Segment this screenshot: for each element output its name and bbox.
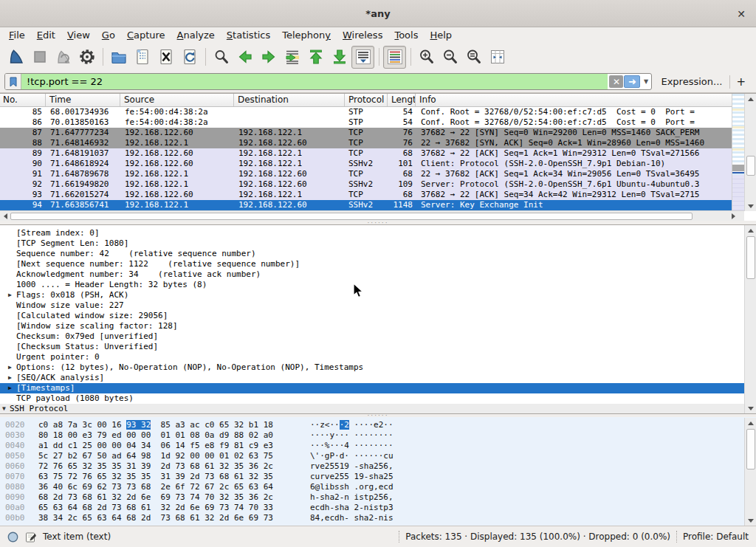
packet-row-86[interactable]: 8670.013850163fe:54:00:d4:38:2aSTP54Conf… <box>0 117 732 128</box>
column-header-protocol[interactable]: Protocol <box>345 94 388 106</box>
packet-row-91[interactable]: 9171.648789678192.168.122.1192.168.122.6… <box>0 169 732 179</box>
hex-row-00a0[interactable]: 00a065 63 64 68 2d 73 68 61 32 2d 6e 69 … <box>0 503 756 513</box>
detail-row[interactable]: Acknowledgment number: 34 (relative ack … <box>0 269 756 280</box>
go-forward-button[interactable] <box>257 46 280 69</box>
packet-row-89[interactable]: 8971.648191037192.168.122.60192.168.122.… <box>0 148 732 159</box>
hex-row-0020[interactable]: 0020c0 a8 7a 3c 00 16 93 32 85 a3 ac c0 … <box>0 420 756 430</box>
detail-row[interactable]: Sequence number: 42 (relative sequence n… <box>0 249 756 259</box>
hex-row-0050[interactable]: 00505c 27 b2 67 50 ad 64 98 1d 92 00 00 … <box>0 451 756 461</box>
menu-file[interactable]: File <box>3 29 31 41</box>
menu-view[interactable]: View <box>61 29 96 41</box>
column-header-info[interactable]: Info <box>416 94 756 106</box>
detail-row[interactable]: [Window size scaling factor: 128] <box>0 321 756 331</box>
reload-file-button[interactable] <box>178 46 201 69</box>
detail-row[interactable]: Urgent pointer: 0 <box>0 352 756 362</box>
hex-row-0060[interactable]: 006072 76 65 32 35 35 31 39 2d 73 68 61 … <box>0 461 756 472</box>
packet-row-94[interactable]: 9471.663856741192.168.122.1192.168.122.6… <box>0 200 732 210</box>
column-header-length[interactable]: Length <box>388 94 416 106</box>
detail-row[interactable]: Window size value: 227 <box>0 300 756 311</box>
detail-row[interactable]: [Stream index: 0] <box>0 228 756 238</box>
go-last-button[interactable] <box>328 46 351 69</box>
menu-go[interactable]: Go <box>96 29 121 41</box>
hex-row-0040[interactable]: 0040a1 dd c1 25 00 00 04 34 06 14 f5 e8 … <box>0 441 756 451</box>
scroll-up-arrow[interactable] <box>745 225 756 235</box>
column-header-no[interactable]: No. <box>0 94 46 106</box>
scrollbar-thumb[interactable] <box>746 236 755 279</box>
expander-open-icon[interactable]: ▼ <box>2 404 6 414</box>
expression-button[interactable]: Expression... <box>652 76 729 87</box>
zoom-in-button[interactable] <box>415 46 438 69</box>
menu-wireless[interactable]: Wireless <box>337 29 388 41</box>
detail-row[interactable]: 1000 .... = Header Length: 32 bytes (8) <box>0 280 756 290</box>
menu-capture[interactable]: Capture <box>121 29 171 41</box>
go-back-button[interactable] <box>233 46 256 69</box>
restart-capture-button[interactable] <box>52 46 75 69</box>
menu-analyze[interactable]: Analyze <box>171 29 221 41</box>
scroll-down-arrow[interactable] <box>745 515 756 526</box>
capture-comment-icon[interactable] <box>25 531 36 543</box>
packet-list-minimap[interactable] <box>732 94 744 211</box>
menu-help[interactable]: Help <box>424 29 458 41</box>
scroll-down-arrow[interactable] <box>745 201 756 211</box>
scroll-right-arrow[interactable] <box>728 211 738 221</box>
expert-info-icon[interactable] <box>7 531 18 543</box>
detail-row[interactable]: Checksum: 0x79ed [unverified] <box>0 331 756 342</box>
packet-row-85[interactable]: 8568.001734936fe:54:00:d4:38:2aSTP54Conf… <box>0 107 732 117</box>
detail-row[interactable]: ▶[Timestamps] <box>0 383 756 393</box>
expander-closed-icon[interactable]: ▶ <box>8 290 12 300</box>
expander-closed-icon[interactable]: ▶ <box>8 383 12 393</box>
go-first-button[interactable] <box>304 46 327 69</box>
zoom-out-button[interactable] <box>439 46 461 69</box>
hex-vertical-scrollbar[interactable] <box>744 418 756 526</box>
go-to-packet-button[interactable] <box>281 46 303 69</box>
resize-columns-button[interactable] <box>486 46 509 69</box>
hex-row-0090[interactable]: 009068 2d 73 68 61 32 2d 6e 69 73 74 70 … <box>0 492 756 503</box>
packet-row-88[interactable]: 8871.648146932192.168.122.1192.168.122.6… <box>0 138 732 148</box>
display-filter-input[interactable]: !tcp.port == 22 <box>21 74 608 89</box>
detail-row[interactable]: ▶Flags: 0x018 (PSH, ACK) <box>0 290 756 300</box>
scrollbar-thumb[interactable] <box>746 156 755 176</box>
column-header-source[interactable]: Source <box>120 94 234 106</box>
detail-row[interactable]: ▶Options: (12 bytes), No-Operation (NOP)… <box>0 362 756 373</box>
start-capture-button[interactable] <box>4 46 27 69</box>
column-header-destination[interactable]: Destination <box>234 94 345 106</box>
detail-row[interactable]: [Calculated window size: 29056] <box>0 311 756 321</box>
scroll-left-arrow[interactable] <box>0 211 10 221</box>
scrollbar-thumb[interactable] <box>746 429 755 469</box>
menu-telephony[interactable]: Telephony <box>276 29 337 41</box>
find-packet-button[interactable] <box>210 46 233 69</box>
column-header-time[interactable]: Time <box>46 94 120 106</box>
scroll-up-arrow[interactable] <box>745 94 756 104</box>
hex-row-0030[interactable]: 003080 18 00 e3 79 ed 00 00 01 01 08 0a … <box>0 430 756 441</box>
detail-row[interactable]: [TCP Segment Len: 1080] <box>0 238 756 249</box>
filter-history-dropdown[interactable]: ▼ <box>640 74 651 89</box>
stop-capture-button[interactable] <box>28 46 51 69</box>
auto-scroll-button[interactable] <box>351 46 374 69</box>
packet-row-90[interactable]: 9071.648618924192.168.122.60192.168.122.… <box>0 159 732 169</box>
colorize-button[interactable] <box>383 46 406 69</box>
menu-statistics[interactable]: Statistics <box>221 29 276 41</box>
scroll-down-arrow[interactable] <box>745 403 756 413</box>
hex-row-00b0[interactable]: 00b038 34 2c 65 63 64 68 2d 73 68 61 32 … <box>0 513 756 523</box>
status-profile[interactable]: Profile: Default <box>683 531 749 542</box>
menu-tools[interactable]: Tools <box>388 29 424 41</box>
filter-clear-button[interactable]: ✕ <box>609 75 623 88</box>
detail-row[interactable]: [Next sequence number: 1122 (relative se… <box>0 259 756 269</box>
packet-row-87[interactable]: 8771.647777234192.168.122.60192.168.122.… <box>0 128 732 138</box>
menu-edit[interactable]: Edit <box>31 29 61 41</box>
filter-apply-button[interactable]: ➜ <box>624 75 640 88</box>
filter-bookmark-button[interactable] <box>5 74 21 89</box>
scrollbar-thumb[interactable] <box>10 213 693 220</box>
detail-row[interactable]: ▶[SEQ/ACK analysis] <box>0 373 756 383</box>
detail-row[interactable]: TCP payload (1080 bytes) <box>0 393 756 404</box>
close-window-button[interactable]: ✕ <box>734 7 749 21</box>
packet-list-vertical-scrollbar[interactable] <box>744 94 756 211</box>
hex-row-0080[interactable]: 008036 40 6c 69 62 73 73 68 2e 6f 72 67 … <box>0 482 756 492</box>
filter-add-button[interactable]: + <box>730 75 752 89</box>
detail-row[interactable]: [Checksum Status: Unverified] <box>0 342 756 352</box>
packet-row-93[interactable]: 9371.662015274192.168.122.60192.168.122.… <box>0 190 732 200</box>
details-vertical-scrollbar[interactable] <box>744 225 756 413</box>
expander-closed-icon[interactable]: ▶ <box>8 373 12 383</box>
save-file-button[interactable] <box>131 46 154 69</box>
expander-closed-icon[interactable]: ▶ <box>8 362 12 373</box>
